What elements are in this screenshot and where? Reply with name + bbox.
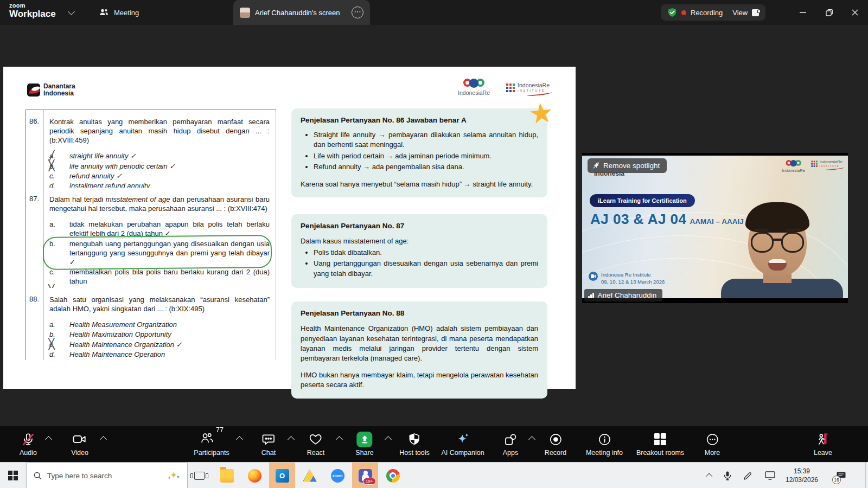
share-button[interactable]: Share xyxy=(355,431,373,457)
danantara-logo-line1: Danantara xyxy=(43,83,75,90)
tray-display[interactable] xyxy=(760,463,780,488)
taskbar-chrome[interactable] xyxy=(380,463,406,488)
search-input[interactable] xyxy=(47,472,162,480)
taskbar-search[interactable]: ✦✦✦ xyxy=(26,463,188,488)
taskbar-outlook[interactable]: O xyxy=(269,463,295,488)
view-layout-icon[interactable] xyxy=(752,9,759,16)
video-indonesiare-text: IndonesiaRe xyxy=(782,168,805,172)
mic-muted-icon xyxy=(21,431,35,447)
audio-button[interactable]: Audio xyxy=(20,431,37,457)
audio-options-chevron[interactable] xyxy=(45,436,52,443)
teams-notification-badge: 19+ xyxy=(363,478,376,485)
search-icon xyxy=(34,472,42,480)
close-button[interactable] xyxy=(842,0,868,25)
explanation-87-title: Penjelasan Pertanyaan No. 87 xyxy=(301,222,538,230)
taskbar-teams[interactable]: 19+ xyxy=(352,463,378,488)
tab-shared-screen-label: Arief Chaharuddin's screen xyxy=(255,9,347,17)
breakout-rooms-button[interactable]: Breakout rooms xyxy=(636,431,684,457)
outlook-icon: O xyxy=(276,469,289,483)
notification-center-button[interactable]: 16 xyxy=(827,463,855,488)
react-options-chevron[interactable] xyxy=(336,436,343,443)
danantara-logo: Danantara Indonesia xyxy=(27,83,75,97)
question-87-row: 87. Dalam hal terjadi misstatement of ag… xyxy=(26,188,276,288)
record-icon xyxy=(548,431,562,447)
apps-options-chevron[interactable] xyxy=(528,436,535,443)
record-button[interactable]: Record xyxy=(545,431,566,457)
participants-options-chevron[interactable] xyxy=(236,436,243,443)
question-87-option-b: b. mengubah uang pertanggungan yang dise… xyxy=(49,239,270,267)
ai-companion-button[interactable]: AI Companion xyxy=(441,431,484,457)
more-button[interactable]: More xyxy=(705,431,720,457)
share-options-chevron[interactable] xyxy=(385,436,392,443)
zoom-workplace-logo: zoom Workplace xyxy=(9,3,56,18)
share-screen-icon xyxy=(356,432,372,447)
speaker-mouth xyxy=(768,259,787,271)
institute-logo-text: IndonesiaRe xyxy=(518,82,550,88)
minimize-button[interactable] xyxy=(790,0,816,25)
tray-hidden-icons-button[interactable] xyxy=(701,463,718,488)
taskbar-firefox[interactable] xyxy=(241,463,267,488)
recording-dot xyxy=(681,10,686,15)
task-view-button[interactable] xyxy=(186,463,212,488)
taskbar-zoom[interactable]: zoom xyxy=(324,463,350,488)
question-86-option-a: a. straight life annuity ✓ xyxy=(49,151,270,160)
tab-meeting[interactable]: Meeting xyxy=(93,0,144,25)
grid-icon xyxy=(654,431,667,447)
question-87-option-a: a. tidak melakukan perubahan apapun bila… xyxy=(49,220,270,238)
speaker-portrait xyxy=(711,201,848,298)
apps-button[interactable]: Apps xyxy=(503,431,519,457)
tray-microphone[interactable] xyxy=(718,463,737,488)
file-explorer-icon xyxy=(220,469,234,483)
remove-spotlight-button[interactable]: Remove spotlight xyxy=(588,158,667,173)
firefox-icon xyxy=(248,469,261,483)
windows-start-button[interactable] xyxy=(0,463,26,488)
view-button[interactable]: View xyxy=(732,9,748,17)
tray-mic-icon xyxy=(724,471,731,480)
zoom-title-bar: zoom Workplace Meeting Arief Chaharuddin… xyxy=(0,0,868,25)
question-87-option-d: d. a dan b benar xyxy=(49,286,270,288)
meeting-info-button[interactable]: Meeting info xyxy=(586,431,623,457)
react-button[interactable]: React xyxy=(307,431,325,457)
remove-spotlight-label: Remove spotlight xyxy=(603,162,660,170)
question-87-number: 87. xyxy=(26,188,43,288)
tray-pen[interactable] xyxy=(738,463,757,488)
explanation-column: ★ Penjelasan Pertanyaan No. 86 Jawaban b… xyxy=(291,108,547,399)
windows-taskbar: ✦✦✦ O zoom 19+ xyxy=(0,462,868,488)
chat-button[interactable]: Chat xyxy=(261,431,276,457)
taskbar-google-drive[interactable] xyxy=(297,463,323,488)
question-88-text: Salah satu organisasi yang melaksanakan … xyxy=(49,295,270,313)
chevron-up-icon xyxy=(705,473,712,480)
question-88-row: 88. Salah satu organisasi yang melaksana… xyxy=(26,288,276,360)
host-tools-button[interactable]: Host tools xyxy=(399,431,430,457)
chat-options-chevron[interactable] xyxy=(288,436,295,443)
participants-button[interactable]: 77 Participants xyxy=(194,431,229,457)
shared-screen-canvas: Danantara Indonesia IndonesiaRe Indonesi… xyxy=(3,67,576,389)
video-camera-badge-icon xyxy=(589,272,598,281)
windows-logo-icon xyxy=(8,471,18,480)
tray-display-icon xyxy=(765,471,775,480)
taskbar-file-explorer[interactable] xyxy=(214,463,240,488)
chat-icon xyxy=(261,431,276,447)
show-desktop-button[interactable] xyxy=(865,463,868,488)
maximize-button[interactable] xyxy=(816,0,842,25)
question-86-text: Kontrak anuitas yang memberikan pembayar… xyxy=(49,117,270,145)
video-institute-text: IndonesiaRe xyxy=(820,160,843,164)
danantara-logo-line2: Indonesia xyxy=(43,90,75,97)
video-button[interactable]: Video xyxy=(71,431,88,457)
taskbar-clock[interactable]: 15:39 12/03/2026 xyxy=(781,463,822,488)
leave-button[interactable]: Leave xyxy=(814,431,832,457)
tab-more-options-icon[interactable]: ⋯ xyxy=(352,7,363,18)
chevron-down-icon[interactable] xyxy=(68,8,75,15)
explanation-88-paragraph-2: HMO bukan hanya membayar klaim, tetapi m… xyxy=(301,370,538,390)
recording-label[interactable]: Recording xyxy=(691,9,723,17)
video-options-chevron[interactable] xyxy=(100,436,107,443)
notification-count-badge: 16 xyxy=(832,476,841,484)
tab-shared-screen[interactable]: Arief Chaharuddin's screen ⋯ xyxy=(233,0,370,25)
question-88-option-c: c. Health Maintenance Organization ✓ xyxy=(49,340,270,349)
speaker-video-tile[interactable]: IndonesiaRe IndonesiaRe INSTITUTE Indone… xyxy=(582,153,848,303)
tray-pen-icon xyxy=(743,471,752,480)
indonesiare-circles-icon xyxy=(463,79,484,88)
logo-zoom-text: zoom xyxy=(9,3,56,9)
leave-icon xyxy=(816,431,830,447)
explanation-box-86: Penjelasan Pertanyaan No. 86 Jawaban ben… xyxy=(291,108,547,197)
